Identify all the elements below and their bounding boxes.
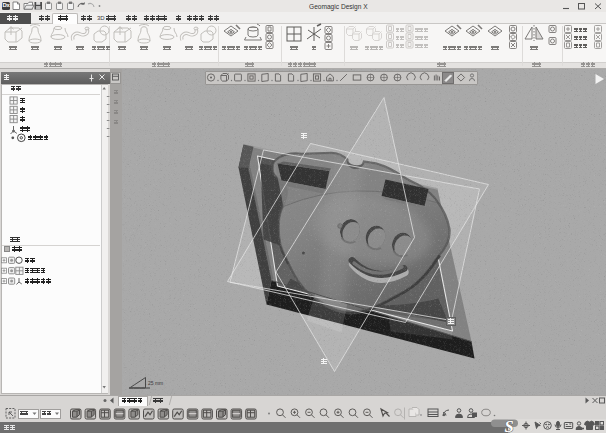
- svg-text:S: S: [505, 417, 514, 433]
